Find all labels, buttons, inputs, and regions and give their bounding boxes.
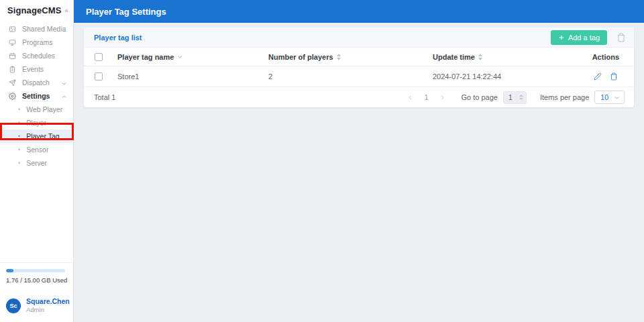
sidebar-item-label: Events: [22, 65, 44, 73]
sidebar-bottom: 1.76 / 15.00 GB Used Sc Square.Chen Admi…: [0, 262, 73, 322]
main-area: Player Tag Settings Player tag list Add …: [74, 0, 644, 322]
sidebar-item-shared-media[interactable]: Shared Media: [0, 22, 73, 36]
sort-icon[interactable]: [337, 54, 341, 60]
sidebar-item-events[interactable]: Events: [0, 62, 73, 76]
goto-page-input[interactable]: 1: [503, 91, 527, 104]
storage-usage: 1.76 / 15.00 GB Used: [0, 262, 73, 286]
submenu-item-label: Web Player: [26, 105, 62, 113]
items-per-page-label: Items per page: [540, 93, 589, 101]
sidebar-item-sensor[interactable]: Sensor: [0, 143, 73, 156]
user-profile[interactable]: Sc Square.Chen Admin: [0, 286, 73, 322]
sort-icon[interactable]: [478, 54, 482, 60]
user-name: Square.Chen: [26, 297, 70, 306]
sidebar-item-server[interactable]: Server: [0, 156, 73, 170]
cell-number-of-players: 2: [268, 72, 433, 80]
goto-page-value: 1: [508, 93, 515, 101]
storage-usage-label: 1.76 / 15.00 GB Used: [6, 276, 66, 284]
column-header-number-of-players[interactable]: Number of players: [268, 53, 433, 61]
sidebar-item-programs[interactable]: Programs: [0, 36, 73, 49]
sidebar-collapse-icon[interactable]: «: [63, 7, 70, 14]
delete-icon[interactable]: [610, 72, 618, 80]
next-page-icon[interactable]: [435, 95, 449, 101]
sidebar-item-player-tag[interactable]: Player Tag: [0, 129, 73, 143]
column-header-player-tag-name[interactable]: Player tag name: [117, 53, 268, 61]
items-per-page-select[interactable]: 10: [594, 91, 625, 104]
total-count-label: Total 1: [94, 93, 115, 101]
add-tag-button-label: Add a tag: [568, 34, 600, 42]
sidebar-item-settings[interactable]: Settings: [0, 89, 73, 103]
table-footer: Total 1 1 Go to page 1 Items per page 10: [84, 87, 634, 107]
chevron-down-icon: [61, 80, 67, 86]
brand-row: SignageCMS «: [0, 0, 73, 19]
table-header-row: Player tag name Number of players Update…: [84, 48, 634, 66]
chevron-down-icon: [614, 95, 620, 101]
sidebar-item-schedules[interactable]: Schedules: [0, 49, 73, 62]
items-per-page-value: 10: [600, 93, 608, 101]
calendar-icon: [9, 52, 16, 60]
submenu-item-label: Player: [26, 119, 46, 127]
column-header-update-time[interactable]: Update time: [433, 53, 574, 61]
chevron-up-icon: [61, 93, 67, 99]
prev-page-icon[interactable]: [403, 95, 417, 101]
edit-icon[interactable]: [594, 72, 602, 80]
current-page-number[interactable]: 1: [417, 93, 435, 101]
bulk-delete-icon[interactable]: [616, 33, 626, 42]
submenu-item-label: Sensor: [26, 146, 48, 154]
cell-update-time: 2024-07-21 14:22:44: [433, 72, 574, 80]
card-header: Player tag list Add a tag: [84, 28, 634, 48]
card-title: Player tag list: [94, 34, 142, 42]
select-all-checkbox[interactable]: [95, 53, 103, 61]
app-title: SignageCMS: [7, 5, 61, 15]
submenu-item-label: Player Tag: [26, 132, 59, 140]
sidebar-item-label: Settings: [22, 92, 50, 100]
sort-chevron-down-icon[interactable]: [177, 54, 183, 60]
storage-progress-fill: [6, 269, 13, 272]
sidebar-menu: Shared Media Programs Schedules Events D…: [0, 22, 73, 170]
table-row: Store1 2 2024-07-21 14:22:44: [84, 66, 634, 87]
sidebar-item-label: Dispatch: [22, 78, 50, 87]
card-header-actions: Add a tag: [551, 30, 626, 45]
column-header-actions: Actions: [574, 53, 634, 61]
storage-progress-bar: [6, 269, 65, 272]
add-tag-button[interactable]: Add a tag: [551, 30, 607, 45]
plus-icon: [558, 34, 565, 41]
user-role: Admin: [26, 306, 70, 314]
sidebar-item-dispatch[interactable]: Dispatch: [0, 76, 73, 89]
cell-player-tag-name: Store1: [117, 72, 268, 80]
page-header: Player Tag Settings: [74, 0, 644, 23]
cell-actions: [574, 72, 634, 80]
sidebar-item-label: Shared Media: [22, 25, 66, 33]
avatar: Sc: [6, 299, 21, 313]
goto-page-label: Go to page: [462, 93, 498, 101]
image-icon: [9, 25, 16, 33]
sidebar-item-player[interactable]: Player: [0, 116, 73, 129]
sidebar: SignageCMS « Shared Media Programs Sched…: [0, 0, 74, 322]
sidebar-item-web-player[interactable]: Web Player: [0, 103, 73, 116]
gear-icon: [9, 93, 16, 100]
send-icon: [9, 79, 16, 87]
player-tag-list-card: Player tag list Add a tag Player tag nam…: [84, 28, 634, 107]
monitor-icon: [9, 39, 16, 46]
stepper-icon[interactable]: [519, 95, 523, 100]
pagination-controls: 1 Go to page 1 Items per page 10: [403, 91, 625, 104]
clipboard-icon: [9, 66, 16, 73]
sidebar-item-label: Programs: [22, 38, 53, 46]
sidebar-item-label: Schedules: [22, 52, 55, 60]
page-title: Player Tag Settings: [86, 7, 166, 17]
submenu-item-label: Server: [26, 159, 47, 167]
row-checkbox[interactable]: [95, 72, 103, 80]
